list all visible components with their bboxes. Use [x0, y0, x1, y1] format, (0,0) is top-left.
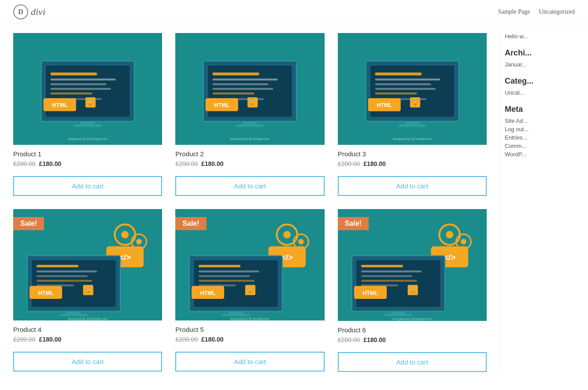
svg-point-94: [461, 239, 466, 244]
sidebar-categories-heading: Categ...: [505, 77, 579, 86]
svg-text:HTML: HTML: [377, 102, 392, 108]
sidebar: Hello w... Archi... Januar... Categ... U…: [500, 33, 588, 372]
product-prices-1: £200.00 £180.00: [13, 160, 162, 167]
main-content: HTML 🔒 designed by @ freepik.com Product…: [0, 33, 500, 372]
svg-point-92: [446, 231, 453, 238]
svg-point-71: [284, 231, 291, 238]
svg-text:🔒: 🔒: [247, 287, 254, 293]
svg-rect-14: [74, 124, 101, 127]
svg-text:designed by @ freepik.com: designed by @ freepik.com: [392, 316, 432, 320]
svg-rect-4: [51, 79, 116, 81]
product-image-2: HTML 🔒 designed by @ freepik.com: [175, 33, 324, 145]
svg-point-73: [298, 239, 304, 244]
sidebar-archives-link-0[interactable]: Januar...: [505, 61, 527, 68]
sidebar-meta-item-0[interactable]: Site Ad...: [505, 118, 579, 124]
svg-rect-38: [375, 88, 435, 90]
product-image-1: HTML 🔒 designed by @ freepik.com: [13, 33, 162, 145]
product-card-2: HTML 🔒 designed by @ freepik.com Product…: [175, 33, 324, 196]
add-to-cart-button-3[interactable]: Add to cart: [338, 176, 487, 196]
price-sale-3: £180.00: [363, 160, 386, 167]
product-card-5: Sale! </>: [175, 209, 324, 372]
logo-letter: D: [18, 8, 23, 16]
product-card-3: HTML 🔒 designed by @ freepik.com Product…: [338, 33, 487, 196]
sidebar-archives-heading: Archi...: [505, 48, 579, 58]
price-sale-4: £180.00: [39, 336, 62, 343]
svg-rect-102: [361, 280, 417, 281]
sidebar-meta-item-3[interactable]: Comm...: [505, 143, 579, 149]
sidebar-archives-section: Archi... Januar...: [505, 48, 579, 68]
product-card-6: Sale! </>: [338, 209, 487, 372]
add-to-cart-button-5[interactable]: Add to cart: [175, 352, 324, 372]
sidebar-meta-item-1[interactable]: Log out...: [505, 126, 579, 132]
svg-text:HTML: HTML: [214, 102, 229, 108]
svg-rect-59: [37, 275, 88, 277]
svg-rect-78: [199, 265, 240, 267]
product-info-3: Product 3 £200.00 £180.00: [338, 145, 487, 176]
product-image-6: Sale! </>: [338, 209, 487, 321]
logo-text: divi: [31, 6, 45, 18]
add-to-cart-button-2[interactable]: Add to cart: [175, 176, 324, 196]
sale-badge-6: Sale!: [338, 217, 369, 230]
sidebar-categories-item-0[interactable]: Uncat...: [505, 89, 579, 96]
product-card-4: Sale! </>: [13, 209, 162, 372]
product-info-2: Product 2 £200.00 £180.00: [175, 145, 324, 176]
sidebar-meta-link-3[interactable]: Comm...: [505, 143, 526, 149]
sidebar-meta-section: Meta Site Ad... Log out... Entries... Co…: [505, 105, 579, 158]
svg-rect-99: [361, 265, 403, 267]
product-name-2: Product 2: [175, 150, 324, 158]
price-sale-5: £180.00: [201, 336, 224, 343]
svg-text:🔒: 🔒: [409, 287, 416, 293]
sidebar-categories-link-0[interactable]: Uncat...: [505, 89, 525, 96]
page-wrapper: HTML 🔒 designed by @ freepik.com Product…: [0, 24, 588, 381]
svg-rect-67: [60, 314, 88, 316]
product-prices-6: £200.00 £180.00: [338, 336, 487, 343]
sidebar-categories-section: Categ... Uncat...: [505, 77, 579, 96]
svg-rect-58: [37, 270, 97, 272]
sidebar-meta-link-1[interactable]: Log out...: [505, 126, 529, 132]
product-image-4: Sale! </>: [13, 209, 162, 321]
nav-links: Sample Page Uncategorized: [498, 8, 575, 15]
svg-text:🔒: 🔒: [249, 99, 256, 106]
product-info-4: Product 4 £200.00 £180.00: [13, 320, 162, 352]
add-to-cart-button-4[interactable]: Add to cart: [13, 352, 162, 372]
svg-rect-35: [375, 73, 422, 75]
svg-rect-7: [51, 92, 92, 94]
svg-rect-109: [384, 314, 412, 316]
nav-sample-page[interactable]: Sample Page: [498, 8, 530, 15]
svg-rect-3: [51, 73, 97, 75]
svg-rect-6: [51, 88, 111, 90]
product-image-5: Sale! </>: [175, 209, 324, 321]
add-to-cart-button-1[interactable]: Add to cart: [13, 176, 162, 196]
sale-badge-5: Sale!: [175, 217, 206, 230]
svg-text:designed by @ freepik.com: designed by @ freepik.com: [392, 137, 432, 141]
add-to-cart-button-6[interactable]: Add to cart: [338, 352, 487, 372]
product-name-6: Product 6: [338, 326, 487, 334]
svg-rect-37: [375, 83, 431, 85]
sidebar-meta-item-2[interactable]: Entries...: [505, 134, 579, 141]
sale-badge-4: Sale!: [13, 217, 44, 230]
product-name-1: Product 1: [13, 150, 162, 158]
sidebar-meta-link-0[interactable]: Site Ad...: [505, 118, 528, 124]
product-name-3: Product 3: [338, 150, 487, 158]
product-prices-3: £200.00 £180.00: [338, 160, 487, 167]
svg-rect-21: [213, 83, 269, 85]
sidebar-meta-link-4[interactable]: WordP...: [505, 151, 526, 158]
price-sale-1: £180.00: [39, 160, 62, 167]
nav-uncategorized[interactable]: Uncategorized: [539, 8, 575, 15]
product-name-4: Product 4: [13, 326, 162, 333]
svg-text:HTML: HTML: [200, 290, 216, 296]
product-name-5: Product 5: [175, 326, 324, 333]
svg-rect-20: [213, 79, 278, 81]
svg-text:designed by @ freepik.com: designed by @ freepik.com: [68, 316, 107, 320]
svg-rect-5: [51, 83, 107, 85]
sidebar-archives-item-0[interactable]: Januar...: [505, 61, 579, 68]
sidebar-meta-link-2[interactable]: Entries...: [505, 134, 527, 141]
product-info-5: Product 5 £200.00 £180.00: [175, 320, 324, 352]
svg-text:🔒: 🔒: [411, 99, 418, 106]
svg-rect-39: [375, 92, 417, 94]
svg-text:HTML: HTML: [362, 290, 378, 296]
sidebar-meta-item-4[interactable]: WordP...: [505, 151, 579, 158]
svg-text:🔒: 🔒: [85, 287, 92, 293]
price-original-4: £200.00: [13, 336, 36, 343]
price-original-1: £200.00: [13, 160, 36, 167]
